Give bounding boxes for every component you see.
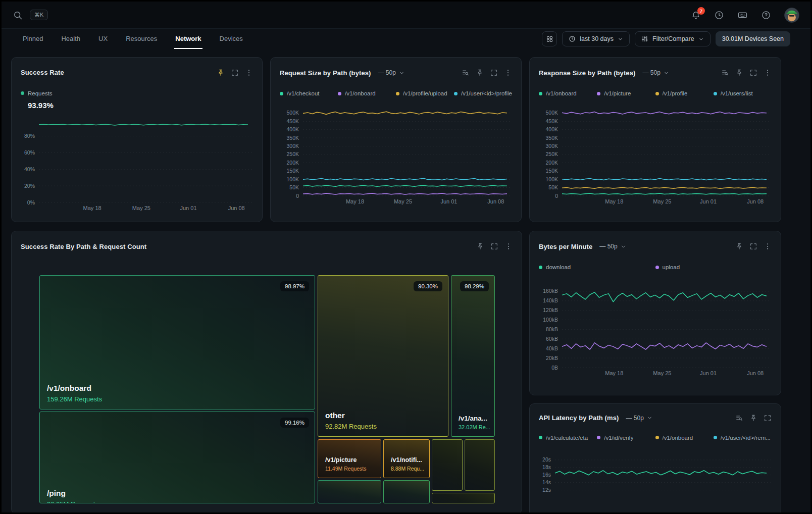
path-label: /v1/ana... xyxy=(459,415,490,422)
pin-icon[interactable] xyxy=(735,242,743,250)
legend-dot xyxy=(655,436,659,439)
help-icon[interactable] xyxy=(761,10,771,20)
tab-devices[interactable]: Devices xyxy=(219,29,244,49)
percentile-dropdown[interactable]: — 50p xyxy=(642,69,669,76)
tab-health[interactable]: Health xyxy=(60,29,81,49)
api-latency-chart[interactable]: 20s18s16s14s12sMay 18May 25Jun 01Jun 08 xyxy=(539,449,772,512)
percentile-dropdown[interactable]: — 50p xyxy=(378,69,404,76)
time-range-dropdown[interactable]: last 30 days xyxy=(562,31,630,46)
top-row: Success Rate Requests 93.93% 80%60%40%20… xyxy=(11,57,810,222)
topbar-actions: 7 xyxy=(691,8,799,23)
svg-text:500K: 500K xyxy=(545,110,558,116)
svg-text:0%: 0% xyxy=(27,199,35,205)
svg-text:Jun 08: Jun 08 xyxy=(228,205,245,211)
treemap-cell[interactable]: 99.16%/ping96.05M Requests xyxy=(39,412,315,503)
pin-icon[interactable] xyxy=(735,69,743,77)
treemap-cell[interactable] xyxy=(432,439,463,491)
treemap-cell[interactable] xyxy=(432,493,495,503)
chart-legend: downloadupload xyxy=(539,264,772,271)
kebab-menu-icon[interactable] xyxy=(764,242,772,250)
search-shortcut[interactable]: ⌘K xyxy=(30,10,48,20)
expand-icon[interactable] xyxy=(764,414,772,422)
svg-text:300K: 300K xyxy=(286,143,299,149)
legend-dot xyxy=(597,436,600,439)
legend-dot xyxy=(655,266,659,269)
dashboard-toolbar: last 30 days Filter/Compare 30.01M Devic… xyxy=(542,29,790,49)
request-size-chart[interactable]: 500K450K400K350K300K250K200K150K100K50K0… xyxy=(280,105,512,206)
svg-text:Jun 08: Jun 08 xyxy=(747,370,764,376)
kebab-menu-icon[interactable] xyxy=(764,69,772,77)
request-count: 8.88M Requ... xyxy=(391,466,425,472)
pin-icon[interactable] xyxy=(476,242,484,250)
svg-text:May 25: May 25 xyxy=(132,205,150,211)
request-count: 96.05M Requests xyxy=(47,500,311,503)
pin-icon[interactable] xyxy=(749,414,757,422)
legend-item[interactable]: /v1/checkout xyxy=(280,90,338,97)
treemap-cell[interactable] xyxy=(318,480,381,503)
notifications-bell-icon[interactable]: 7 xyxy=(691,10,701,20)
legend-item[interactable]: /v1/picture xyxy=(597,90,655,97)
svg-text:200K: 200K xyxy=(545,160,558,166)
tab-network[interactable]: Network xyxy=(174,29,202,49)
expand-icon[interactable] xyxy=(749,242,757,250)
response-size-chart[interactable]: 500K450K400K350K300K250K200K150K100K50K0… xyxy=(539,105,772,206)
tab-ux[interactable]: UX xyxy=(97,29,109,49)
user-avatar[interactable] xyxy=(784,8,799,23)
legend-item[interactable]: /v1/id/verify xyxy=(597,434,655,441)
history-clock-icon[interactable] xyxy=(714,10,724,20)
legend-item[interactable]: /v1/calculate/eta xyxy=(539,434,597,441)
layout-grid-button[interactable] xyxy=(542,31,557,46)
path-label: /ping xyxy=(47,489,311,498)
devices-seen-button[interactable]: 30.01M Devices Seen xyxy=(716,31,790,46)
cell-text: other92.82M Requests xyxy=(325,411,444,430)
svg-text:20kB: 20kB xyxy=(546,355,558,361)
legend-item[interactable]: /v1/onboard xyxy=(539,90,597,97)
treemap-cell[interactable]: 98.97%/v1/onboard159.26M Requests xyxy=(39,275,315,409)
tab-pinned[interactable]: Pinned xyxy=(22,29,44,49)
kebab-menu-icon[interactable] xyxy=(504,242,513,250)
legend-item[interactable]: /v1/onboard xyxy=(338,90,396,97)
bytes-per-minute-chart[interactable]: 160kB140kB120kB100kB80kB60kB40kB20kB0BMa… xyxy=(539,279,772,378)
legend-item[interactable]: /v1/users/list xyxy=(714,90,772,97)
legend-search-icon[interactable] xyxy=(721,69,729,77)
legend-search-icon[interactable] xyxy=(462,69,470,77)
legend-item[interactable]: /v1/user/<id>/profile xyxy=(454,90,512,97)
request-count: 159.26M Requests xyxy=(47,395,311,403)
legend-item[interactable]: Requests xyxy=(21,90,53,97)
top-bar: ⌘K 7 xyxy=(2,2,810,29)
success-rate-chart[interactable]: 80%60%40%20%0%May 18May 25Jun 01Jun 08 xyxy=(21,116,253,213)
treemap-cell[interactable] xyxy=(465,439,495,491)
filter-compare-dropdown[interactable]: Filter/Compare xyxy=(635,31,710,46)
kebab-menu-icon[interactable] xyxy=(245,69,253,77)
expand-icon[interactable] xyxy=(749,69,757,77)
expand-icon[interactable] xyxy=(490,242,498,250)
legend-item[interactable]: download xyxy=(539,264,655,271)
tab-resources[interactable]: Resources xyxy=(125,29,158,49)
legend-item[interactable]: upload xyxy=(655,264,772,271)
legend-item[interactable]: /v1/user/<id>/rem... xyxy=(714,434,772,441)
svg-text:May 25: May 25 xyxy=(653,370,671,376)
card-header: Request Size by Path (bytes) — 50p xyxy=(280,67,512,79)
legend-item[interactable]: /v1/profile xyxy=(655,90,714,97)
treemap-cell[interactable] xyxy=(383,480,430,503)
pin-icon[interactable] xyxy=(217,69,225,77)
success-rate-badge: 99.16% xyxy=(280,418,309,428)
percentile-dropdown[interactable]: — 50p xyxy=(626,415,652,422)
line-chart-svg: 500K450K400K350K300K250K200K150K100K50K0… xyxy=(539,105,772,206)
app-root: ⌘K 7 Pinned Health UX Resources Netw xyxy=(2,2,810,512)
search-icon[interactable] xyxy=(13,10,23,20)
svg-text:0: 0 xyxy=(555,193,558,199)
pin-icon[interactable] xyxy=(476,69,484,77)
percentile-dropdown[interactable]: — 50p xyxy=(599,243,626,250)
treemap-cell[interactable]: 90.30%other92.82M Requests xyxy=(318,275,448,437)
keyboard-shortcuts-icon[interactable] xyxy=(737,10,748,20)
expand-icon[interactable] xyxy=(231,69,239,77)
legend-item[interactable]: /v1/profile/upload xyxy=(396,90,454,97)
legend-item[interactable]: /v1/onboard xyxy=(655,434,714,441)
expand-icon[interactable] xyxy=(490,69,498,77)
legend-search-icon[interactable] xyxy=(735,414,743,422)
kebab-menu-icon[interactable] xyxy=(504,69,512,77)
treemap-cell[interactable]: /v1/notifi...8.88M Requ... xyxy=(383,439,430,478)
treemap-cell[interactable]: /v1/picture11.49M Requests xyxy=(318,439,381,478)
treemap-cell[interactable]: 98.29%/v1/ana...32.02M Re... xyxy=(451,275,495,437)
